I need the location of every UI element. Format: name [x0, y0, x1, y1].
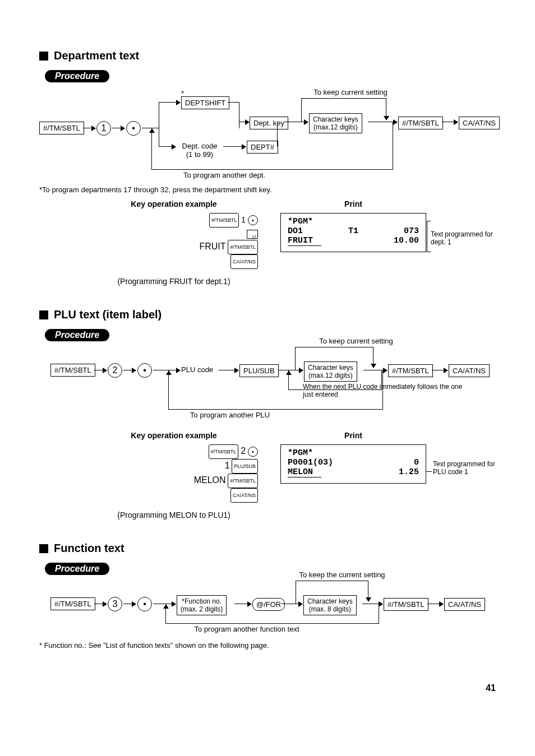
section-title-dept: Department text [39, 49, 496, 62]
mini-dot: • [248, 215, 258, 225]
label-deptcode: Dept. code (1 to 99) [177, 142, 222, 159]
section-title-func: Function text [39, 542, 496, 555]
label-plucode: PLU code [181, 365, 213, 374]
key-charkeys: Character keys (max. 8 digits) [303, 595, 357, 615]
key-digit-1: 1 [96, 121, 111, 136]
text-melon: MELON [194, 475, 226, 485]
key-charkeys: Character keys (max.12 digits) [304, 361, 357, 382]
side-caption: Text programmed for dept. 1 [431, 230, 498, 246]
title-text: Department text [54, 49, 139, 62]
key-depthash: DEPT# [247, 141, 278, 154]
side-caption: Text programmed for PLU code 1 [433, 460, 500, 476]
mini-sbtl2: #/TM/SBTL [228, 474, 258, 488]
footnote-func: * Function no.: See "List of function te… [39, 641, 496, 650]
flow-plu: To keep current setting #/TM/SBTL 2 • PL… [39, 347, 496, 425]
label-loop: To program another dept. [168, 171, 280, 179]
label-keep-current: To keep the current setting [280, 571, 404, 579]
square-bullet-icon [39, 544, 48, 553]
key-dot: • [137, 597, 152, 611]
digit-1: 1 [225, 461, 230, 470]
square-bullet-icon [39, 310, 48, 319]
title-text: Function text [54, 542, 124, 555]
print-dept: Print *PGM* DO1 T1 073 FRUIT 10.00 Text … [280, 200, 426, 252]
key-dot: • [137, 363, 152, 378]
rec-l2a: P0001(03) [288, 458, 333, 467]
label-follow: When the next PLU code immediately follo… [303, 383, 465, 398]
page-number: 41 [39, 683, 496, 693]
footnote-dept: *To program departments 17 through 32, p… [39, 185, 496, 194]
mini-dot: • [248, 447, 258, 457]
mini-sbtl: #/TM/SBTL [209, 213, 239, 228]
key-caatns: CA/AT/NS [449, 364, 490, 377]
key-charkeys: Character keys (max.12 digits) [309, 113, 362, 133]
rec-l2b: T1 [348, 226, 358, 236]
key-caatns: CA/AT/NS [459, 117, 500, 129]
text-fruit: FRUIT [199, 242, 225, 251]
key-atfor: @/FOR [252, 598, 285, 611]
pointer-line [426, 471, 432, 472]
label-loop: To program another function text [174, 625, 320, 633]
mini-caat: CA/AT/NS [230, 488, 258, 503]
rec-l3b: 10.00 [394, 236, 419, 246]
procedure-pill: Procedure [45, 329, 109, 341]
procedure-pill: Procedure [45, 563, 109, 575]
key-digit-3: 3 [108, 597, 122, 611]
title-text: PLU text (item label) [54, 308, 162, 321]
receipt-dept: *PGM* DO1 T1 073 FRUIT 10.00 [280, 213, 426, 252]
key-sbtl-end: #/TM/SBTL [398, 117, 443, 129]
section-title-plu: PLU text (item label) [39, 308, 496, 321]
print-plu: Print *PGM* P0001(03) 0 MELON 1.25 Text … [280, 431, 426, 484]
key-deptshift: DEPTSHIFT [181, 96, 229, 109]
label-keep-current: To keep current setting [303, 337, 409, 345]
flow-func: To keep the current setting #/TM/SBTL 3 … [39, 581, 496, 631]
rec-l2a: DO1 [288, 226, 303, 236]
key-sbtl-end: #/TM/SBTL [384, 598, 428, 611]
rec-l3a: FRUIT [288, 236, 321, 246]
key-sbtl: #/TM/SBTL [39, 122, 84, 134]
mini-sbtl: #/TM/SBTL [209, 444, 239, 459]
square-bullet-icon [39, 52, 48, 61]
rec-l2b: 0 [414, 458, 419, 467]
mini-sbtl2: #/TM/SBTL [228, 240, 258, 254]
key-plusub: PLU/SUB [239, 364, 279, 377]
mini-plusub: PLU/SUB [232, 459, 258, 474]
receipt-plu: *PGM* P0001(03) 0 MELON 1.25 [280, 444, 426, 484]
print-head: Print [280, 431, 426, 440]
keyop-dept: Key operation example #/TM/SBTL 1 • 17 1… [90, 200, 258, 286]
label-keep-current: To keep current setting [303, 88, 398, 96]
key-funcno: *Function no. (max. 2 digits) [177, 595, 227, 615]
digit-2: 2 [241, 446, 246, 456]
key-sbtl: #/TM/SBTL [50, 597, 95, 610]
print-head: Print [280, 200, 426, 208]
key-sbtl: #/TM/SBTL [50, 364, 95, 377]
key-sbtl-end: #/TM/SBTL [388, 364, 433, 377]
bracket-icon [427, 221, 431, 252]
key-digit-2: 2 [108, 363, 122, 378]
procedure-pill: Procedure [45, 70, 109, 82]
rec-l1: *PGM* [288, 448, 419, 458]
rec-l3a: MELON [288, 467, 321, 477]
rec-l1: *PGM* [288, 217, 419, 226]
key-deptkey: Dept. key [250, 117, 288, 129]
mini-dept17: 17 1 [247, 230, 258, 239]
label-loop: To program another PLU [174, 411, 286, 419]
flow-dept: #/TM/SBTL 1 • * DEPTSHIFT Dept. key Dept… [39, 88, 496, 183]
keyop-plu: Key operation example #/TM/SBTL 2 • 1 PL… [90, 431, 258, 520]
keyop-caption: (Programming MELON to PLU1) [90, 511, 258, 520]
mini-caat: CA/AT/NS [230, 254, 258, 269]
rec-l2c: 073 [404, 226, 419, 236]
rec-l3b: 1.25 [399, 467, 419, 477]
keyop-caption: (Programming FRUIT for dept.1) [90, 277, 258, 286]
key-caatns: CA/AT/NS [444, 598, 485, 611]
keyop-head: Key operation example [90, 200, 258, 208]
digit-1: 1 [241, 215, 246, 224]
key-dot: • [126, 121, 141, 136]
keyop-head: Key operation example [90, 431, 258, 440]
